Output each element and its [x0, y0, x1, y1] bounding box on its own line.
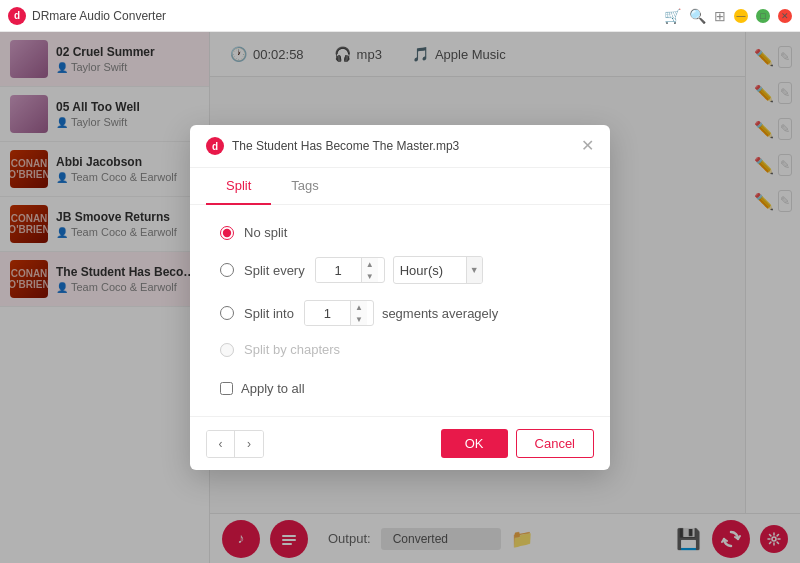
split-into-spinner: ▲ ▼ [350, 301, 367, 325]
tab-split[interactable]: Split [206, 168, 271, 205]
title-bar: d DRmare Audio Converter 🛒 🔍 ⊞ — □ ✕ [0, 0, 800, 32]
segments-label: segments averagely [382, 306, 498, 321]
close-button[interactable]: ✕ [778, 9, 792, 23]
split-into-option: Split into ▲ ▼ segments averagely [220, 300, 580, 326]
split-into-label: Split into [244, 306, 294, 321]
split-into-controls: ▲ ▼ segments averagely [304, 300, 498, 326]
no-split-option: No split [220, 225, 580, 240]
time-unit-select-wrap: Hour(s) Minute(s) Second(s) ▼ [393, 256, 483, 284]
modal-overlay: d The Student Has Become The Master.mp3 … [0, 32, 800, 563]
cancel-button[interactable]: Cancel [516, 429, 594, 458]
split-into-input-wrap: ▲ ▼ [304, 300, 374, 326]
split-every-spinner: ▲ ▼ [361, 258, 378, 282]
apply-to-all-row: Apply to all [220, 381, 580, 396]
split-into-radio[interactable] [220, 306, 234, 320]
app-title: DRmare Audio Converter [32, 9, 664, 23]
split-every-input[interactable] [316, 259, 361, 282]
apply-to-all-label: Apply to all [241, 381, 305, 396]
split-by-chapters-label: Split by chapters [244, 342, 340, 357]
split-every-label: Split every [244, 263, 305, 278]
modal-tabs: Split Tags [190, 168, 610, 205]
app-logo: d [8, 7, 26, 25]
modal-title: The Student Has Become The Master.mp3 [232, 139, 573, 153]
split-every-option: Split every ▲ ▼ Hour [220, 256, 580, 284]
split-every-controls: ▲ ▼ Hour(s) Minute(s) Second(s) [315, 256, 483, 284]
next-button[interactable]: › [235, 431, 263, 457]
split-options: No split Split every ▲ ▼ [220, 225, 580, 357]
modal-footer: ‹ › OK Cancel [190, 416, 610, 470]
window-controls: 🛒 🔍 ⊞ — □ ✕ [664, 8, 792, 24]
cart-icon[interactable]: 🛒 [664, 8, 681, 24]
spin-down[interactable]: ▼ [362, 270, 378, 282]
spin-down-2[interactable]: ▼ [351, 313, 367, 325]
split-every-radio[interactable] [220, 263, 234, 277]
search-icon[interactable]: 🔍 [689, 8, 706, 24]
tab-tags[interactable]: Tags [271, 168, 338, 205]
maximize-button[interactable]: □ [756, 9, 770, 23]
modal-header: d The Student Has Become The Master.mp3 … [190, 125, 610, 168]
spin-up[interactable]: ▲ [362, 258, 378, 270]
split-modal: d The Student Has Become The Master.mp3 … [190, 125, 610, 470]
split-into-input[interactable] [305, 302, 350, 325]
footer-actions: OK Cancel [441, 429, 594, 458]
modal-logo: d [206, 137, 224, 155]
main-container: 02 Cruel Summer 👤 Taylor Swift 05 All To… [0, 32, 800, 563]
no-split-label: No split [244, 225, 287, 240]
grid-icon[interactable]: ⊞ [714, 8, 726, 24]
modal-close-button[interactable]: ✕ [581, 138, 594, 154]
split-by-chapters-option: Split by chapters [220, 342, 580, 357]
apply-to-all-checkbox[interactable] [220, 382, 233, 395]
split-by-chapters-radio [220, 343, 234, 357]
modal-body: No split Split every ▲ ▼ [190, 205, 610, 416]
minimize-button[interactable]: — [734, 9, 748, 23]
navigation-buttons: ‹ › [206, 430, 264, 458]
prev-button[interactable]: ‹ [207, 431, 235, 457]
ok-button[interactable]: OK [441, 429, 508, 458]
time-unit-select[interactable]: Hour(s) Minute(s) Second(s) [394, 259, 466, 282]
split-every-input-wrap: ▲ ▼ [315, 257, 385, 283]
no-split-radio[interactable] [220, 226, 234, 240]
spin-up-2[interactable]: ▲ [351, 301, 367, 313]
select-arrow-icon: ▼ [466, 257, 482, 283]
